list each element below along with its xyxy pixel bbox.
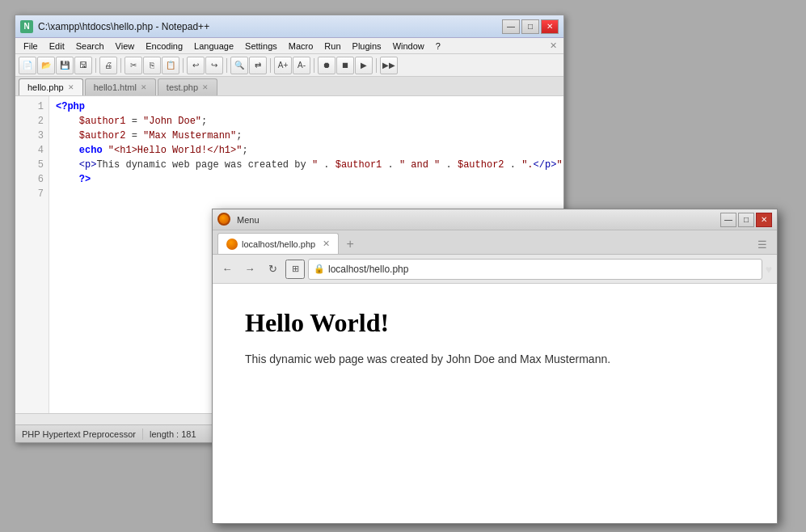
menu-help[interactable]: ? xyxy=(431,40,445,53)
menu-view[interactable]: View xyxy=(111,40,140,53)
tab-hello1-html[interactable]: hello1.html ✕ xyxy=(85,78,156,95)
toolbar-open[interactable]: 📂 xyxy=(37,57,55,74)
code-line-5: <p>This dynamic web page was created by … xyxy=(56,158,557,172)
firefox-window-controls: — □ ✕ xyxy=(720,213,772,227)
firefox-url-bar[interactable]: 🔒 localhost/hello.php xyxy=(308,259,762,280)
notepad-title: C:\xampp\htdocs\hello.php - Notepad++ xyxy=(38,21,502,32)
toolbar-copy[interactable]: ⎘ xyxy=(143,57,161,74)
page-paragraph: This dynamic web page was created by Joh… xyxy=(245,351,745,368)
toolbar-sep-2 xyxy=(120,58,121,73)
notepad-close-button[interactable]: ✕ xyxy=(541,19,559,34)
firefox-maximize-button[interactable]: □ xyxy=(738,213,754,227)
toolbar-save-all[interactable]: 🖫 xyxy=(74,57,92,74)
toolbar-sep-6 xyxy=(314,58,314,73)
toolbar-cut[interactable]: ✂ xyxy=(124,57,142,74)
menu-plugins[interactable]: Plugins xyxy=(348,40,386,53)
url-lock-icon: 🔒 xyxy=(314,264,325,274)
tab-hello-php-close[interactable]: ✕ xyxy=(68,83,74,91)
line-numbers: 1 2 3 4 5 6 7 xyxy=(15,96,49,424)
status-sep xyxy=(142,429,143,440)
firefox-app-icon xyxy=(217,213,232,227)
page-heading: Hello World! xyxy=(245,308,745,338)
firefox-sidebar-toggle[interactable]: ☰ xyxy=(753,234,772,254)
code-line-6: ?> xyxy=(56,172,557,187)
code-line-2: $author1 = "John Doe"; xyxy=(56,114,557,129)
toolbar-sep-4 xyxy=(226,58,227,73)
firefox-tab-title: localhost/hello.php xyxy=(242,239,315,249)
firefox-tab-hello[interactable]: localhost/hello.php ✕ xyxy=(217,233,339,254)
notepad-menubar: File Edit Search View Encoding Language … xyxy=(15,38,563,54)
toolbar-zoom-out[interactable]: A- xyxy=(293,57,310,74)
menu-macro[interactable]: Macro xyxy=(284,40,319,53)
toolbar-sep-1 xyxy=(95,58,96,73)
tab-test-php[interactable]: test.php ✕ xyxy=(158,78,217,95)
tab-hello-php[interactable]: hello.php ✕ xyxy=(19,78,83,95)
firefox-content: Hello World! This dynamic web page was c… xyxy=(213,284,777,523)
notepad-tabs: hello.php ✕ hello1.html ✕ test.php ✕ xyxy=(15,77,563,96)
toolbar-redo[interactable]: ↪ xyxy=(205,57,223,74)
toolbar-save[interactable]: 💾 xyxy=(56,57,74,74)
firefox-tab-close[interactable]: ✕ xyxy=(323,239,330,249)
firefox-grid-button[interactable]: ⊞ xyxy=(285,260,305,279)
code-line-4: echo "<h1>Hello World!</h1>"; xyxy=(56,143,557,158)
toolbar-print[interactable]: 🖨 xyxy=(99,57,117,74)
toolbar-macro-play[interactable]: ▶ xyxy=(355,57,373,74)
firefox-bookmark-button[interactable]: ♥ xyxy=(766,263,772,276)
firefox-tab-favicon xyxy=(226,239,238,250)
firefox-back-button[interactable]: ← xyxy=(217,260,237,279)
firefox-forward-button[interactable]: → xyxy=(240,260,260,279)
code-line-1: <?php xyxy=(56,99,557,114)
menu-settings[interactable]: Settings xyxy=(240,40,282,53)
tab-test-php-label: test.php xyxy=(167,82,198,92)
notepad-app-icon: N xyxy=(20,20,33,33)
toolbar-run[interactable]: ▶▶ xyxy=(380,57,398,74)
toolbar-paste[interactable]: 📋 xyxy=(162,57,179,74)
notepad-window-controls: — □ ✕ xyxy=(502,19,559,34)
firefox-titlebar: Menu — □ ✕ xyxy=(213,209,777,230)
notepad-maximize-button[interactable]: □ xyxy=(521,19,539,34)
toolbar-new[interactable]: 📄 xyxy=(19,57,36,74)
toolbar-find[interactable]: 🔍 xyxy=(230,57,248,74)
toolbar-macro-rec[interactable]: ⏺ xyxy=(318,57,335,74)
menu-encoding[interactable]: Encoding xyxy=(141,40,188,53)
menu-run[interactable]: Run xyxy=(319,40,345,53)
firefox-title: Menu xyxy=(237,215,720,225)
toolbar-sep-7 xyxy=(376,58,377,73)
notepad-minimize-button[interactable]: — xyxy=(502,19,520,34)
notepad-titlebar: N C:\xampp\htdocs\hello.php - Notepad++ … xyxy=(15,15,563,38)
firefox-refresh-button[interactable]: ↻ xyxy=(263,260,282,279)
code-line-3: $author2 = "Max Mustermann"; xyxy=(56,129,557,143)
tab-hello1-html-close[interactable]: ✕ xyxy=(141,83,147,91)
status-length: length : 181 xyxy=(150,429,196,439)
firefox-new-tab-button[interactable]: + xyxy=(340,234,360,254)
menubar-close-btn[interactable]: ✕ xyxy=(546,40,560,51)
menu-language[interactable]: Language xyxy=(189,40,238,53)
firefox-close-button[interactable]: ✕ xyxy=(756,213,772,227)
firefox-tabs-bar: localhost/hello.php ✕ + ☰ xyxy=(213,230,777,255)
status-language: PHP Hypertext Preprocessor xyxy=(22,429,136,439)
notepad-toolbar: 📄 📂 💾 🖫 🖨 ✂ ⎘ 📋 ↩ ↪ 🔍 ⇄ A+ A- ⏺ ⏹ ▶ ▶▶ xyxy=(15,54,563,77)
menu-window[interactable]: Window xyxy=(388,40,429,53)
menu-file[interactable]: File xyxy=(19,40,43,53)
tab-hello1-html-label: hello1.html xyxy=(94,82,137,92)
menu-edit[interactable]: Edit xyxy=(44,40,70,53)
tab-hello-php-label: hello.php xyxy=(27,82,64,92)
firefox-navbar: ← → ↻ ⊞ 🔒 localhost/hello.php ♥ xyxy=(213,255,777,284)
url-text: localhost/hello.php xyxy=(328,264,757,275)
toolbar-replace[interactable]: ⇄ xyxy=(249,57,267,74)
firefox-minimize-button[interactable]: — xyxy=(720,213,736,227)
menu-search[interactable]: Search xyxy=(71,40,109,53)
toolbar-zoom-in[interactable]: A+ xyxy=(274,57,292,74)
toolbar-sep-3 xyxy=(183,58,184,73)
toolbar-sep-5 xyxy=(270,58,271,73)
toolbar-undo[interactable]: ↩ xyxy=(187,57,205,74)
tab-test-php-close[interactable]: ✕ xyxy=(202,83,209,91)
toolbar-macro-stop[interactable]: ⏹ xyxy=(336,57,354,74)
firefox-window: Menu — □ ✕ localhost/hello.php ✕ + ☰ ← →… xyxy=(212,209,778,524)
